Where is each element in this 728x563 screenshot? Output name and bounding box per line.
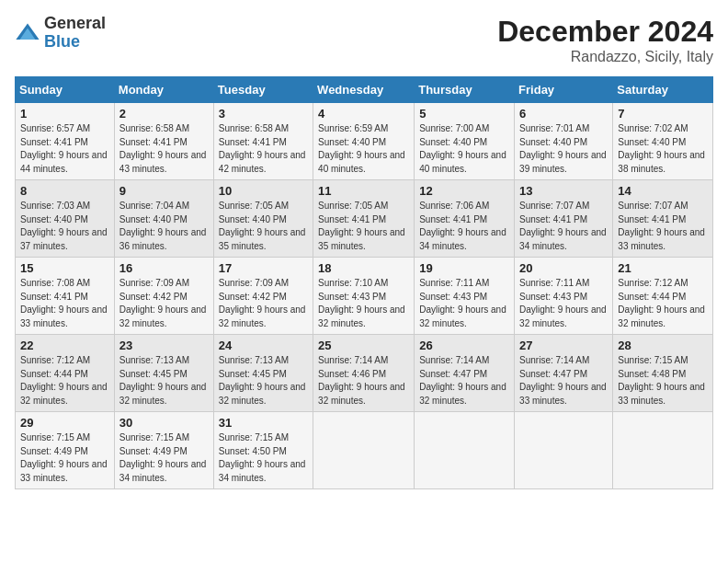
day-info: Sunrise: 7:14 AMSunset: 4:47 PMDaylight:… [419, 354, 509, 408]
day-info: Sunrise: 7:08 AMSunset: 4:41 PMDaylight:… [20, 277, 109, 330]
table-row: 1Sunrise: 6:57 AMSunset: 4:41 PMDaylight… [16, 103, 115, 180]
table-row: 22Sunrise: 7:12 AMSunset: 4:44 PMDayligh… [16, 335, 115, 412]
table-row: 28Sunrise: 7:15 AMSunset: 4:48 PMDayligh… [613, 335, 713, 412]
table-row: 30Sunrise: 7:15 AMSunset: 4:49 PMDayligh… [114, 412, 213, 489]
table-row: 27Sunrise: 7:14 AMSunset: 4:47 PMDayligh… [515, 335, 613, 412]
day-number: 9 [119, 184, 209, 198]
calendar-header-row: Sunday Monday Tuesday Wednesday Thursday… [16, 77, 713, 103]
day-info: Sunrise: 7:07 AMSunset: 4:41 PMDaylight:… [618, 200, 708, 253]
day-number: 27 [519, 339, 608, 352]
day-number: 16 [119, 261, 209, 275]
day-number: 2 [119, 107, 209, 121]
day-info: Sunrise: 7:13 AMSunset: 4:45 PMDaylight:… [119, 354, 209, 408]
day-number: 30 [119, 416, 209, 430]
table-row [613, 412, 713, 489]
table-row: 11Sunrise: 7:05 AMSunset: 4:41 PMDayligh… [313, 180, 415, 258]
table-row [515, 412, 613, 489]
day-number: 10 [219, 184, 308, 198]
day-info: Sunrise: 7:15 AMSunset: 4:49 PMDaylight:… [119, 431, 209, 485]
table-row: 5Sunrise: 7:00 AMSunset: 4:40 PMDaylight… [415, 103, 515, 180]
table-row: 14Sunrise: 7:07 AMSunset: 4:41 PMDayligh… [613, 180, 713, 258]
table-row: 31Sunrise: 7:15 AMSunset: 4:50 PMDayligh… [213, 412, 313, 489]
logo-blue-text: Blue [44, 33, 106, 52]
day-info: Sunrise: 7:15 AMSunset: 4:50 PMDaylight:… [219, 431, 308, 485]
day-info: Sunrise: 7:12 AMSunset: 4:44 PMDaylight:… [618, 277, 708, 330]
day-number: 20 [519, 261, 608, 275]
day-number: 28 [618, 339, 708, 352]
day-number: 3 [219, 107, 308, 121]
calendar-week-row: 15Sunrise: 7:08 AMSunset: 4:41 PMDayligh… [16, 258, 713, 335]
table-row: 4Sunrise: 6:59 AMSunset: 4:40 PMDaylight… [313, 103, 415, 180]
day-info: Sunrise: 7:11 AMSunset: 4:43 PMDaylight:… [419, 277, 509, 330]
day-info: Sunrise: 7:13 AMSunset: 4:45 PMDaylight:… [219, 354, 308, 408]
calendar-week-row: 29Sunrise: 7:15 AMSunset: 4:49 PMDayligh… [16, 412, 713, 489]
table-row: 23Sunrise: 7:13 AMSunset: 4:45 PMDayligh… [114, 335, 213, 412]
table-row: 10Sunrise: 7:05 AMSunset: 4:40 PMDayligh… [213, 180, 313, 258]
day-info: Sunrise: 7:09 AMSunset: 4:42 PMDaylight:… [219, 277, 308, 330]
day-info: Sunrise: 7:05 AMSunset: 4:41 PMDaylight:… [318, 200, 409, 253]
day-number: 18 [318, 261, 409, 275]
table-row [313, 412, 415, 489]
table-row: 7Sunrise: 7:02 AMSunset: 4:40 PMDaylight… [613, 103, 713, 180]
day-number: 25 [318, 339, 409, 352]
day-number: 7 [618, 107, 708, 121]
day-number: 15 [20, 261, 109, 275]
table-row: 16Sunrise: 7:09 AMSunset: 4:42 PMDayligh… [114, 258, 213, 335]
day-info: Sunrise: 7:15 AMSunset: 4:48 PMDaylight:… [618, 354, 708, 408]
calendar-week-row: 1Sunrise: 6:57 AMSunset: 4:41 PMDaylight… [16, 103, 713, 180]
header: General Blue December 2024 Randazzo, Sic… [15, 15, 713, 65]
day-number: 17 [219, 261, 308, 275]
day-number: 29 [20, 416, 109, 430]
day-info: Sunrise: 7:02 AMSunset: 4:40 PMDaylight:… [618, 122, 708, 176]
table-row: 2Sunrise: 6:58 AMSunset: 4:41 PMDaylight… [114, 103, 213, 180]
table-row: 17Sunrise: 7:09 AMSunset: 4:42 PMDayligh… [213, 258, 313, 335]
table-row: 18Sunrise: 7:10 AMSunset: 4:43 PMDayligh… [313, 258, 415, 335]
calendar-week-row: 22Sunrise: 7:12 AMSunset: 4:44 PMDayligh… [16, 335, 713, 412]
day-number: 11 [318, 184, 409, 198]
day-number: 24 [219, 339, 308, 352]
day-number: 23 [119, 339, 209, 352]
day-info: Sunrise: 7:01 AMSunset: 4:40 PMDaylight:… [519, 122, 608, 176]
table-row: 8Sunrise: 7:03 AMSunset: 4:40 PMDaylight… [16, 180, 115, 258]
day-number: 1 [20, 107, 109, 121]
month-title: December 2024 [497, 15, 713, 49]
day-info: Sunrise: 7:14 AMSunset: 4:46 PMDaylight:… [318, 354, 409, 408]
table-row: 25Sunrise: 7:14 AMSunset: 4:46 PMDayligh… [313, 335, 415, 412]
calendar-week-row: 8Sunrise: 7:03 AMSunset: 4:40 PMDaylight… [16, 180, 713, 258]
table-row: 13Sunrise: 7:07 AMSunset: 4:41 PMDayligh… [515, 180, 613, 258]
day-info: Sunrise: 7:03 AMSunset: 4:40 PMDaylight:… [20, 200, 109, 253]
day-number: 8 [20, 184, 109, 198]
day-number: 4 [318, 107, 409, 121]
logo-text: General Blue [44, 15, 106, 52]
day-info: Sunrise: 7:14 AMSunset: 4:47 PMDaylight:… [519, 354, 608, 408]
day-info: Sunrise: 6:59 AMSunset: 4:40 PMDaylight:… [318, 122, 409, 176]
day-info: Sunrise: 6:58 AMSunset: 4:41 PMDaylight:… [119, 122, 209, 176]
header-thursday: Thursday [415, 77, 515, 103]
header-wednesday: Wednesday [313, 77, 415, 103]
header-friday: Friday [515, 77, 613, 103]
day-number: 31 [219, 416, 308, 430]
title-block: December 2024 Randazzo, Sicily, Italy [497, 15, 713, 65]
table-row: 29Sunrise: 7:15 AMSunset: 4:49 PMDayligh… [16, 412, 115, 489]
header-tuesday: Tuesday [213, 77, 313, 103]
day-info: Sunrise: 7:11 AMSunset: 4:43 PMDaylight:… [519, 277, 608, 330]
day-info: Sunrise: 6:58 AMSunset: 4:41 PMDaylight:… [219, 122, 308, 176]
logo-general-text: General [44, 15, 106, 33]
day-info: Sunrise: 7:15 AMSunset: 4:49 PMDaylight:… [20, 431, 109, 485]
table-row: 3Sunrise: 6:58 AMSunset: 4:41 PMDaylight… [213, 103, 313, 180]
day-info: Sunrise: 7:06 AMSunset: 4:41 PMDaylight:… [419, 200, 509, 253]
table-row: 15Sunrise: 7:08 AMSunset: 4:41 PMDayligh… [16, 258, 115, 335]
day-number: 6 [519, 107, 608, 121]
logo: General Blue [15, 15, 106, 52]
table-row: 26Sunrise: 7:14 AMSunset: 4:47 PMDayligh… [415, 335, 515, 412]
logo-icon [15, 20, 40, 46]
day-info: Sunrise: 7:12 AMSunset: 4:44 PMDaylight:… [20, 354, 109, 408]
table-row: 24Sunrise: 7:13 AMSunset: 4:45 PMDayligh… [213, 335, 313, 412]
table-row: 9Sunrise: 7:04 AMSunset: 4:40 PMDaylight… [114, 180, 213, 258]
day-number: 26 [419, 339, 509, 352]
day-number: 13 [519, 184, 608, 198]
table-row [415, 412, 515, 489]
day-info: Sunrise: 7:07 AMSunset: 4:41 PMDaylight:… [519, 200, 608, 253]
table-row: 19Sunrise: 7:11 AMSunset: 4:43 PMDayligh… [415, 258, 515, 335]
page-container: General Blue December 2024 Randazzo, Sic… [0, 0, 728, 499]
